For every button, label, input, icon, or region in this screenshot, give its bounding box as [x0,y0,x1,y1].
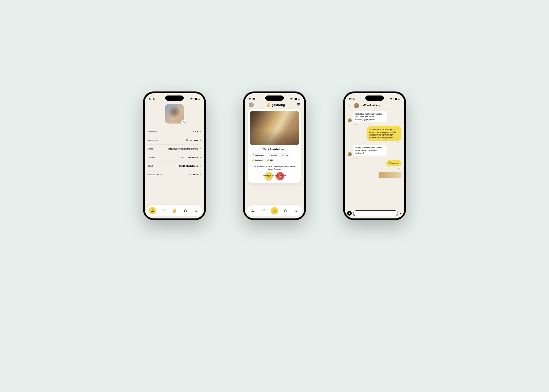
field-value: Lisa [193,130,198,133]
tag-pill: 💰14 € [265,158,275,162]
field-value: 69115 Heidelberg [179,165,198,167]
profile-field: Stadt69115 Heidelberg✎ [148,162,201,170]
attach-button[interactable]: + [347,211,352,216]
time: 14:25 [249,97,255,100]
tab-chat[interactable] [182,207,189,214]
back-button[interactable]: ← [348,104,352,108]
timestamp: 15:00 [348,168,401,169]
profile-field: Emaillisa.musterfrau@muster.de✎ [148,145,201,153]
field-label: Email [148,148,153,150]
tab-menu[interactable]: ≡ [193,207,200,214]
edit-icon[interactable]: ✎ [200,174,201,176]
notch [165,95,184,101]
phone-profile: 13:49 ●●●⬤▬ ✎ VornameLisa✎NachnameMuster… [143,91,206,220]
chat-title: Café Heidelberg [361,104,380,107]
timestamp: 14:48 [348,124,401,125]
availability-label: Gesuchte Verfügbarkeiten: [263,174,287,176]
card-description: Wir brauchen für unser Café dringend ein… [250,164,299,171]
brand: ✌️gastrong [266,103,285,107]
filter-button[interactable]: ☰ [297,103,300,107]
tab-swipe[interactable]: ✌️ [271,207,278,214]
message-received: Hallo Lisa, hast du am Montag um 12 Uhr … [353,111,387,122]
card-image [250,111,299,145]
svg-point-1 [252,210,253,211]
edit-icon[interactable]: ✎ [200,148,201,150]
tag-pill: 💰16 € [280,153,290,157]
field-label: Nachname [148,139,159,142]
msg-avatar [348,152,352,156]
edit-icon[interactable]: ✎ [200,139,201,142]
profile-field: Geburtsdatum4.4.1984✎ [148,170,201,179]
tab-bar: ♡ ✌️ ≡ [247,205,302,216]
avatar-small[interactable] [249,102,254,108]
tab-likes[interactable]: ♡ [260,207,267,214]
msg-avatar [348,118,352,122]
tag-pill: 📍Heidelberg [250,153,266,157]
time: 15:07 [349,97,355,100]
tab-menu[interactable]: ≡ [293,207,300,214]
edit-icon[interactable]: ✎ [200,156,201,159]
field-label: Geburtsdatum [148,173,162,176]
notch [265,95,284,101]
phone-chat: 15:07 ●●●⬤▬ ← Café Heidelberg Hallo Lisa… [343,91,406,220]
chat-avatar[interactable] [354,103,359,108]
message-input[interactable] [353,210,398,216]
notch [365,95,384,101]
tab-chat[interactable] [282,207,289,214]
field-value: lisa.musterfrau@muster.de [168,148,198,150]
attachment-preview[interactable] [379,172,401,178]
tab-swipe[interactable]: ✌️ [171,207,178,214]
edit-icon[interactable]: ✎ [200,131,201,133]
timestamp: 14:54 [348,142,401,144]
profile-field: VornameLisa✎ [148,128,201,136]
avatar[interactable] [165,104,184,124]
edit-icon[interactable]: ✎ [200,165,201,167]
profile-field: Telefon0171 123456789✎ [148,153,201,162]
tag-pill: ☕Barista [267,153,279,157]
profile-field: NachnameMusterfrau✎ [148,136,201,145]
message-received: Perfekt! Kannst du uns vorher schon dein… [353,145,387,156]
field-label: Telefon [148,156,155,159]
tab-likes[interactable]: ♡ [160,207,167,214]
timestamp: 14:55 [348,157,401,159]
edit-avatar-button[interactable]: ✎ [181,120,186,125]
field-label: Stadt [148,165,153,167]
job-card[interactable]: Café Heidelberg 📍Heidelberg☕Barista💰16 €… [248,109,301,183]
tab-profile[interactable] [149,207,156,214]
svg-point-0 [152,210,153,211]
tab-bar: ♡ ✌️ ≡ [147,205,202,216]
send-button[interactable]: ➤ [399,211,403,215]
time: 13:49 [149,97,155,100]
field-value: 4.4.1984 [189,173,198,176]
message-sent: Ja, das passt mir sehr gut. Ich komme am… [367,126,401,141]
field-value: Musterfrau [186,139,198,142]
field-label: Vorname [148,130,157,133]
field-value: 0171 123456789 [181,156,198,159]
phone-swipe: 14:25 ●●●⬤▬ ✌️gastrong ☰ Café Heidelberg… [243,91,306,220]
tag-pill: 🧽Spülkraft [250,158,264,162]
card-title: Café Heidelberg [250,148,299,151]
message-sent: Sehr gerne. [386,160,401,166]
tab-profile[interactable] [249,207,256,214]
